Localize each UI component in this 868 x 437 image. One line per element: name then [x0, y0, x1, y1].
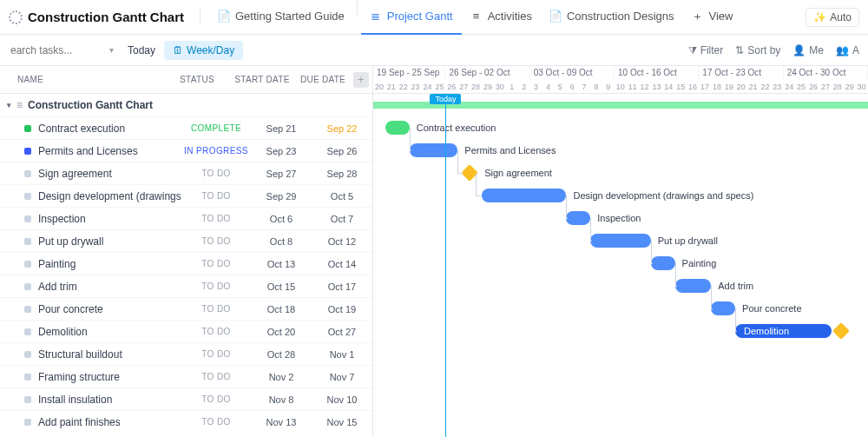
start-date[interactable]: Oct 28 [251, 349, 312, 360]
status-badge[interactable]: TO DO [181, 236, 251, 246]
status-badge[interactable]: TO DO [181, 327, 251, 336]
today-button[interactable]: Today [128, 44, 155, 56]
status-badge[interactable]: TO DO [181, 191, 251, 201]
gantt-bar[interactable] [410, 143, 458, 157]
day-header: 16 [687, 80, 699, 94]
tab-label: Activities [488, 10, 532, 23]
dependency-line [410, 128, 411, 150]
col-due[interactable]: Due Date [293, 75, 353, 84]
table-row[interactable]: Sign agreement TO DO Sep 27 Sep 28 [0, 162, 372, 184]
table-row[interactable]: Put up drywall TO DO Oct 8 Oct 12 [0, 229, 372, 252]
due-date[interactable]: Nov 7 [312, 372, 372, 382]
status-badge[interactable]: TO DO [181, 372, 251, 381]
start-date[interactable]: Oct 6 [251, 214, 312, 224]
status-badge[interactable]: TO DO [181, 417, 251, 427]
col-status[interactable]: Status [162, 75, 232, 84]
status-badge[interactable]: TO DO [181, 259, 251, 268]
table-row[interactable]: Design development (drawings an... TO DO… [0, 184, 372, 207]
chevron-down-icon[interactable]: ▾ [109, 45, 114, 55]
due-date[interactable]: Oct 17 [312, 281, 372, 292]
automation-button[interactable]: ✨ Auto [806, 8, 859, 27]
search-input[interactable] [9, 43, 104, 57]
start-date[interactable]: Nov 8 [251, 394, 312, 405]
day-header: 11 [627, 80, 639, 94]
due-date[interactable]: Nov 10 [312, 394, 372, 405]
due-date[interactable]: Nov 15 [312, 417, 372, 427]
start-date[interactable]: Oct 20 [251, 327, 312, 337]
table-row[interactable]: Framing structure TO DO Nov 2 Nov 7 [0, 365, 372, 387]
table-row[interactable]: Structural buildout TO DO Oct 28 Nov 1 [0, 342, 372, 365]
sort-button[interactable]: ⇅ Sort by [735, 44, 780, 56]
day-header: 1 [506, 80, 518, 94]
status-dot [24, 215, 31, 222]
start-date[interactable]: Sep 21 [251, 123, 312, 134]
due-date[interactable]: Oct 14 [312, 259, 372, 269]
table-row[interactable]: Painting TO DO Oct 13 Oct 14 [0, 252, 372, 275]
start-date[interactable]: Oct 15 [251, 281, 312, 292]
tab-view[interactable]: ＋ View [682, 0, 741, 35]
gantt-bar[interactable] [711, 301, 735, 315]
table-row[interactable]: Inspection TO DO Oct 6 Oct 7 [0, 207, 372, 229]
status-badge[interactable]: IN PROGRESS [181, 146, 251, 156]
tab-getting-started-guide[interactable]: 📄 Getting Started Guide [209, 0, 353, 35]
gantt-bar[interactable] [385, 121, 410, 135]
table-row[interactable]: Add paint finishes TO DO Nov 13 Nov 15 [0, 410, 372, 433]
table-row[interactable]: Permits and Licenses IN PROGRESS Sep 23 … [0, 139, 372, 162]
gantt-bar[interactable] [590, 234, 651, 248]
timeline-body[interactable]: TodayContract executionPermits and Licen… [373, 94, 868, 437]
doc-icon: 📄 [218, 10, 230, 23]
gantt-bar[interactable] [675, 279, 712, 293]
due-date[interactable]: Oct 5 [312, 191, 372, 202]
milestone-bar[interactable] [832, 322, 850, 340]
calendar-icon: 🗓 [173, 44, 183, 56]
status-badge[interactable]: TO DO [181, 214, 251, 223]
col-start[interactable]: Start Date [232, 75, 293, 84]
status-badge[interactable]: TO DO [181, 281, 251, 291]
start-date[interactable]: Oct 8 [251, 236, 312, 247]
due-date[interactable]: Sep 26 [312, 146, 372, 156]
me-filter-button[interactable]: 👤 Me [792, 44, 824, 56]
col-name[interactable]: NAME [0, 75, 162, 84]
table-row[interactable]: Demolition TO DO Oct 20 Oct 27 [0, 320, 372, 342]
add-column-button[interactable]: + [353, 72, 369, 88]
group-row[interactable]: ▾ ≡ Construction Gantt Chart [0, 94, 372, 116]
gantt-timeline[interactable]: 19 Sep - 25 Sep26 Sep - 02 Oct03 Oct - 0… [373, 66, 868, 437]
filter-button[interactable]: ⧩ Filter [688, 44, 724, 56]
status-badge[interactable]: TO DO [181, 169, 251, 178]
collapse-icon[interactable]: ▾ [7, 101, 11, 109]
status-badge[interactable]: TO DO [181, 394, 251, 404]
status-dot [24, 193, 31, 200]
gantt-bar[interactable] [651, 256, 675, 270]
due-date[interactable]: Sep 22 [312, 123, 372, 134]
start-date[interactable]: Sep 23 [251, 146, 312, 156]
due-date[interactable]: Nov 1 [312, 349, 372, 360]
start-date[interactable]: Sep 27 [251, 169, 312, 179]
start-date[interactable]: Oct 13 [251, 259, 312, 269]
start-date[interactable]: Oct 18 [251, 304, 312, 315]
gantt-bar[interactable] [482, 189, 566, 202]
assignee-filter-button[interactable]: 👥 A [836, 44, 859, 56]
tab-activities[interactable]: ≡ Activities [462, 0, 541, 35]
table-row[interactable]: Pour concrete TO DO Oct 18 Oct 19 [0, 297, 372, 320]
status-badge[interactable]: COMPLETE [181, 123, 251, 133]
start-date[interactable]: Nov 2 [251, 372, 312, 382]
start-date[interactable]: Nov 13 [251, 417, 312, 427]
table-row[interactable]: Install insulation TO DO Nov 8 Nov 10 [0, 387, 372, 410]
table-row[interactable]: Contract execution COMPLETE Sep 21 Sep 2… [0, 116, 372, 139]
status-badge[interactable]: TO DO [181, 304, 251, 314]
table-row[interactable]: Add trim TO DO Oct 15 Oct 17 [0, 275, 372, 297]
due-date[interactable]: Oct 19 [312, 304, 372, 315]
gantt-bar[interactable] [566, 211, 590, 225]
day-header: 28 [470, 80, 482, 94]
tab-construction-designs[interactable]: 📄 Construction Designs [541, 0, 683, 35]
due-date[interactable]: Oct 12 [312, 236, 372, 247]
due-date[interactable]: Oct 7 [312, 214, 372, 224]
week-header: 17 Oct - 23 Oct [699, 66, 783, 80]
bar-label: Painting [682, 256, 717, 270]
status-badge[interactable]: TO DO [181, 349, 251, 359]
range-toggle[interactable]: 🗓 Week/Day [164, 41, 243, 60]
tab-project-gantt[interactable]: ≣ Project Gantt [361, 0, 462, 35]
start-date[interactable]: Sep 29 [251, 191, 312, 202]
due-date[interactable]: Sep 28 [312, 169, 372, 179]
due-date[interactable]: Oct 27 [312, 327, 372, 337]
